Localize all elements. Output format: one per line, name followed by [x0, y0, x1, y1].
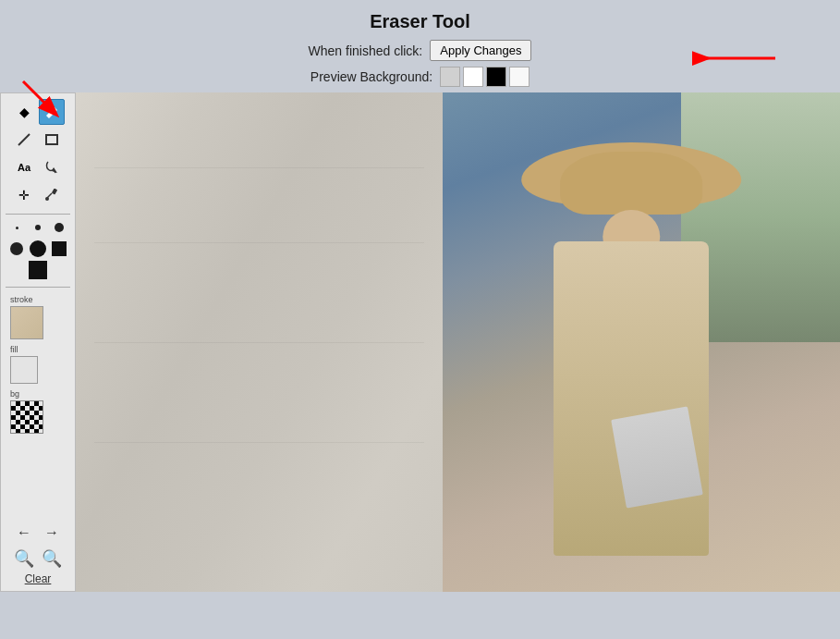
apply-changes-button[interactable]: Apply Changes: [430, 40, 531, 61]
nav-next-button[interactable]: →: [40, 521, 64, 545]
tool-eyedropper[interactable]: [39, 182, 65, 208]
tool-move[interactable]: ✛: [11, 182, 37, 208]
brush-size-4[interactable]: [7, 240, 26, 258]
nav-buttons: ← →: [12, 521, 64, 545]
tool-row-4: ✛: [11, 182, 65, 208]
stroke-label: stroke: [10, 295, 73, 304]
photo-right-panel: [443, 92, 840, 592]
brush-size-1[interactable]: [7, 218, 26, 237]
clear-button[interactable]: Clear: [25, 572, 52, 585]
canvas-image: [76, 92, 840, 592]
fill-swatch[interactable]: [10, 356, 38, 384]
tool-line[interactable]: [11, 127, 37, 153]
preview-bg-label: Preview Background:: [310, 69, 432, 84]
svg-point-7: [45, 197, 49, 201]
separator-2: [6, 287, 70, 288]
brush-size-3[interactable]: [50, 218, 68, 237]
photo-left-panel: [76, 92, 443, 592]
tool-diamond[interactable]: ◆: [11, 99, 37, 125]
tool-row-3: Aa: [11, 154, 65, 180]
person-figure: [502, 142, 761, 592]
when-finished-label: When finished click: Apply Changes: [309, 40, 532, 61]
brush-size-5[interactable]: [29, 240, 47, 258]
zoom-out-button[interactable]: 🔍: [12, 547, 36, 571]
fill-label: fill: [10, 345, 73, 354]
stroke-swatch[interactable]: [10, 306, 43, 339]
main-area: ◆ Aa: [0, 92, 840, 592]
toolbar: ◆ Aa: [0, 92, 76, 592]
canvas-area[interactable]: [76, 92, 840, 592]
brush-sizes: [3, 218, 73, 279]
swatch-white[interactable]: [463, 67, 483, 87]
swatch-white2[interactable]: [509, 67, 530, 87]
svg-line-2: [18, 134, 30, 145]
preview-bg-row: Preview Background:: [310, 67, 530, 87]
page-title: Eraser Tool: [0, 0, 840, 40]
tool-lasso[interactable]: [39, 154, 65, 180]
finished-label-text: When finished click:: [309, 43, 423, 58]
tool-row-1: ◆: [11, 99, 65, 125]
tool-rect[interactable]: [39, 127, 65, 153]
brush-size-2[interactable]: [29, 218, 47, 237]
tool-brush[interactable]: [39, 99, 65, 125]
brush-size-6[interactable]: [50, 240, 68, 258]
zoom-in-button[interactable]: 🔍: [40, 547, 64, 571]
bg-checkerboard-swatch[interactable]: [10, 400, 43, 434]
tool-text[interactable]: Aa: [11, 154, 37, 180]
svg-rect-3: [46, 135, 57, 144]
separator-1: [6, 214, 70, 215]
swatch-light-gray[interactable]: [440, 67, 460, 87]
bg-label: bg: [10, 389, 73, 399]
tool-row-2: [11, 127, 65, 153]
svg-rect-5: [52, 189, 57, 195]
bg-swatches: [440, 67, 530, 87]
swatch-black[interactable]: [486, 67, 506, 87]
zoom-buttons: 🔍 🔍: [12, 547, 64, 571]
nav-prev-button[interactable]: ←: [12, 521, 36, 545]
brush-size-7[interactable]: [27, 261, 49, 279]
